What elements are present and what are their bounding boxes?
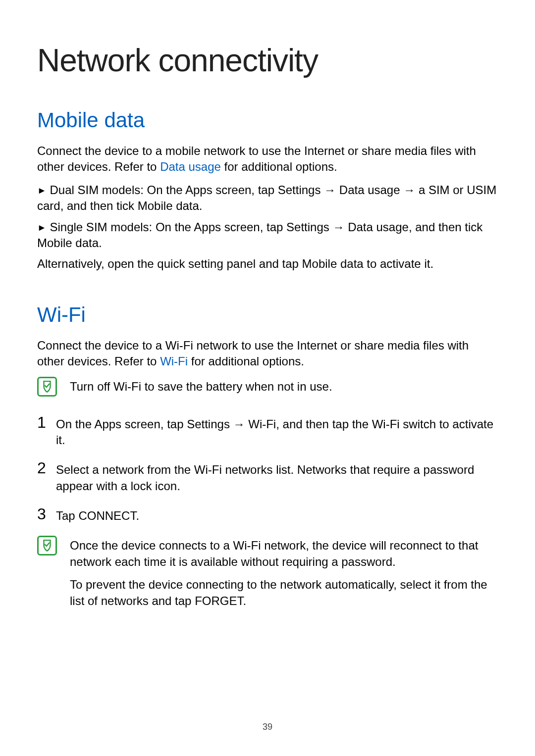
- step-text: On the Apps screen, tap Settings → Wi-Fi…: [56, 414, 498, 449]
- arrow-right-icon: →: [321, 183, 339, 197]
- mobile-single-sim: ► Single SIM models: On the Apps screen,…: [37, 219, 498, 252]
- single-datausage: Data usage: [348, 220, 409, 234]
- note2-a: To prevent the device connecting to the …: [70, 578, 487, 607]
- note-1: Once the device connects to a Wi-Fi netw…: [70, 538, 498, 570]
- step-3: 3 Tap CONNECT.: [37, 506, 498, 524]
- mobile-intro-b: for additional options.: [221, 160, 337, 173]
- section-heading-mobile: Mobile data: [37, 108, 498, 132]
- single-label: Single SIM models:: [50, 220, 155, 234]
- page-title: Network connectivity: [37, 42, 498, 79]
- link-data-usage[interactable]: Data usage: [160, 160, 221, 173]
- tip-text: Turn off Wi-Fi to save the battery when …: [70, 377, 332, 395]
- arrow-right-icon: →: [230, 417, 248, 431]
- step-2: 2 Select a network from the Wi-Fi networ…: [37, 460, 498, 494]
- s1-switch: Wi-Fi: [372, 417, 400, 431]
- s1-settings: Settings: [187, 417, 230, 431]
- single-settings: Settings: [286, 220, 329, 234]
- dual-label: Dual SIM models:: [50, 183, 147, 197]
- alt-mobiledata: Mobile data: [302, 257, 364, 270]
- note2-forget: FORGET: [195, 594, 243, 607]
- triangle-icon: ►: [37, 222, 47, 233]
- mobile-alternative: Alternatively, open the quick setting pa…: [37, 256, 498, 272]
- single-mobiledata: Mobile data: [37, 236, 99, 250]
- note-block: Once the device connects to a Wi-Fi netw…: [70, 536, 498, 616]
- section-heading-wifi: Wi-Fi: [37, 303, 498, 327]
- step-number: 3: [37, 506, 56, 522]
- mobile-dual-sim: ► Dual SIM models: On the Apps screen, t…: [37, 182, 498, 214]
- single-b: , and then tick: [409, 220, 482, 234]
- dual-datausage: Data usage: [339, 183, 400, 197]
- s3-connect: CONNECT: [78, 509, 136, 522]
- alt-a: Alternatively, open the quick setting pa…: [37, 257, 302, 270]
- wifi-intro-b: for additional options.: [188, 354, 304, 368]
- single-a: On the Apps screen, tap: [156, 220, 286, 234]
- s1-a: On the Apps screen, tap: [56, 417, 187, 431]
- note-icon: [37, 536, 57, 555]
- note-icon: [37, 377, 57, 397]
- note2-period: .: [243, 594, 246, 607]
- s1-b: , and then tap the: [276, 417, 372, 431]
- link-wifi[interactable]: Wi-Fi: [160, 354, 188, 368]
- arrow-right-icon: →: [329, 220, 348, 234]
- alt-b: to activate it.: [364, 257, 433, 270]
- step-1: 1 On the Apps screen, tap Settings → Wi-…: [37, 414, 498, 449]
- step-text: Select a network from the Wi-Fi networks…: [56, 460, 498, 494]
- s3-period: .: [136, 509, 139, 522]
- mobile-intro: Connect the device to a mobile network t…: [37, 143, 498, 175]
- single-period: .: [99, 236, 102, 250]
- step-number: 1: [37, 414, 56, 430]
- note-row: Once the device connects to a Wi-Fi netw…: [37, 536, 498, 616]
- dual-mobiledata: Mobile data: [138, 199, 199, 212]
- s1-wifi: Wi-Fi: [248, 417, 276, 431]
- step-number: 2: [37, 460, 56, 476]
- step-text: Tap CONNECT.: [56, 506, 139, 524]
- s3-a: Tap: [56, 509, 78, 522]
- page-number: 39: [0, 722, 535, 732]
- note-2: To prevent the device connecting to the …: [70, 577, 498, 609]
- dual-settings: Settings: [278, 183, 321, 197]
- arrow-right-icon: →: [400, 183, 419, 197]
- wifi-intro: Connect the device to a Wi-Fi network to…: [37, 338, 498, 370]
- triangle-icon: ►: [37, 185, 47, 196]
- dual-period: .: [199, 199, 203, 212]
- dual-a: On the Apps screen, tap: [147, 183, 278, 197]
- tip-row: Turn off Wi-Fi to save the battery when …: [37, 377, 498, 397]
